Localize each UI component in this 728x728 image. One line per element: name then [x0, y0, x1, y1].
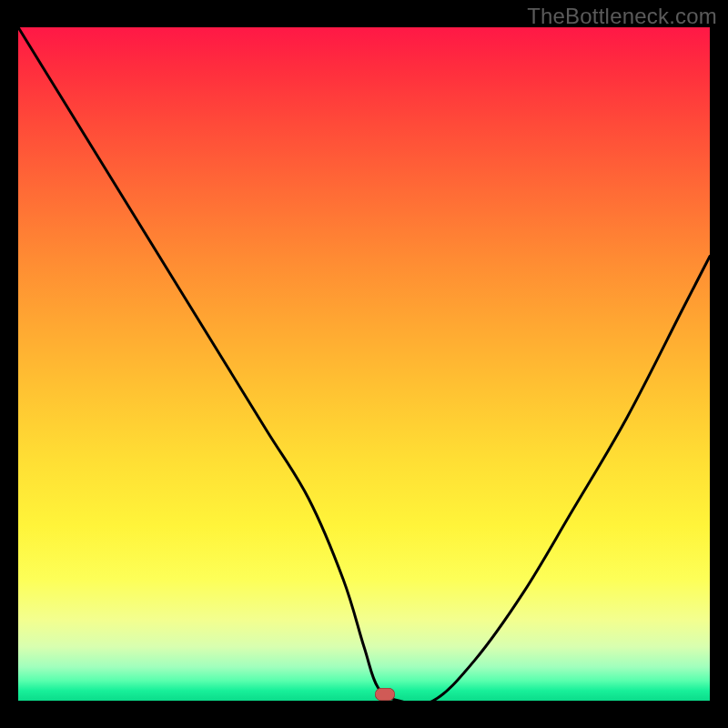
- plot-area: [18, 27, 710, 701]
- bottleneck-curve: [18, 27, 710, 701]
- watermark-label: TheBottleneck.com: [527, 4, 717, 29]
- optimal-marker: [375, 688, 395, 701]
- chart-frame: TheBottleneck.com: [0, 0, 728, 728]
